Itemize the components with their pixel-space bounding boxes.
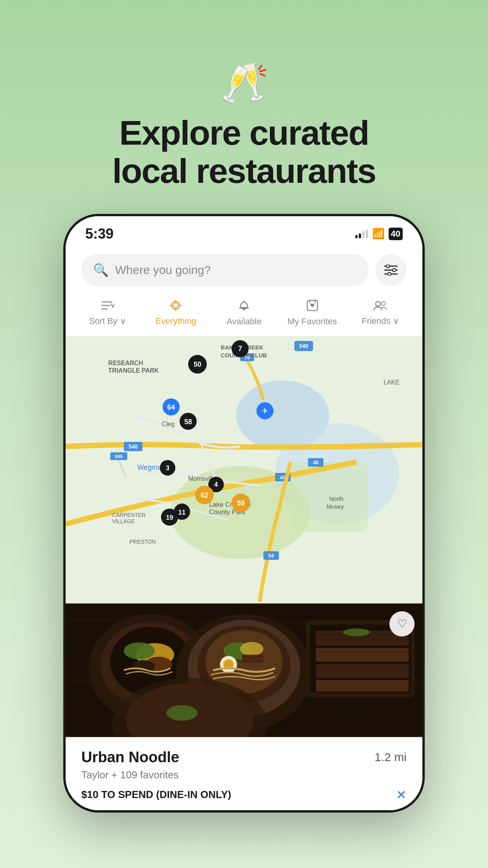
restaurant-sub: Taylor + 109 favorites — [81, 769, 407, 781]
available-icon — [237, 300, 251, 314]
restaurant-card: ♡ Urban Noodle 1.2 mi Taylor + 109 favor… — [66, 603, 422, 810]
svg-rect-101 — [242, 655, 263, 662]
svg-text:North: North — [329, 496, 343, 502]
svg-point-90 — [124, 642, 155, 659]
my-favorites-icon — [306, 300, 319, 314]
filter-icon — [384, 265, 398, 276]
svg-text:PRESTON: PRESTON — [130, 538, 156, 544]
status-bar: 5:39 📶 40 — [66, 216, 422, 246]
tab-available-label: Available — [227, 316, 262, 327]
svg-rect-108 — [316, 664, 409, 678]
svg-point-4 — [393, 268, 396, 272]
restaurant-info: Urban Noodle 1.2 mi Taylor + 109 favorit… — [66, 737, 422, 810]
phone-frame: 5:39 📶 40 🔍 Where you going? — [63, 214, 425, 813]
svg-text:Musey: Musey — [327, 503, 344, 509]
headline-line1: Explore curated — [119, 113, 369, 152]
svg-rect-107 — [316, 647, 409, 662]
status-icons: 📶 40 — [355, 228, 403, 240]
svg-text:540: 540 — [299, 343, 308, 349]
signal-bar-4 — [366, 230, 368, 238]
restaurant-header: Urban Noodle 1.2 mi — [81, 749, 407, 766]
svg-text:59: 59 — [237, 499, 245, 507]
everything-icon — [168, 300, 183, 314]
svg-text:LAKE: LAKE — [383, 379, 399, 385]
svg-point-113 — [343, 628, 370, 636]
svg-point-5 — [388, 272, 391, 276]
svg-text:58: 58 — [184, 417, 192, 425]
tab-my-favorites[interactable]: My Favorites — [278, 296, 347, 330]
toast-icon: 🥂 — [220, 63, 269, 102]
svg-text:7: 7 — [238, 345, 242, 353]
restaurant-offer: $10 TO SPEND (DINE-IN ONLY) ✕ — [81, 787, 407, 802]
svg-text:11: 11 — [178, 508, 186, 516]
svg-text:19: 19 — [166, 514, 173, 521]
friends-icon — [373, 300, 387, 314]
phone-mockup: 5:39 📶 40 🔍 Where you going? — [63, 214, 425, 813]
svg-text:TRIANGLE PARK: TRIANGLE PARK — [108, 367, 159, 374]
svg-point-3 — [386, 265, 389, 268]
battery-icon: 40 — [389, 228, 403, 240]
restaurant-image: ♡ — [66, 603, 422, 737]
svg-point-10 — [173, 303, 178, 308]
tab-everything[interactable]: Everything — [142, 297, 210, 329]
tab-sort-by[interactable]: Sort By ∨ — [73, 297, 142, 329]
food-photo — [66, 603, 422, 737]
map-svg: 540 40 54 70 885 — [66, 336, 422, 603]
svg-text:3: 3 — [166, 464, 169, 472]
headline-line2: local restaurants — [112, 151, 376, 190]
svg-text:50: 50 — [194, 360, 202, 368]
tab-favorites-label: My Favorites — [288, 316, 337, 327]
tab-available[interactable]: Available — [210, 296, 278, 330]
tab-everything-label: Everything — [155, 316, 196, 326]
search-icon: 🔍 — [93, 263, 109, 278]
headline: Explore curated local restaurants — [112, 114, 376, 190]
svg-text:54: 54 — [268, 553, 274, 559]
search-input[interactable]: Where you going? — [115, 263, 211, 277]
svg-text:540: 540 — [128, 443, 138, 449]
restaurant-name: Urban Noodle — [81, 749, 179, 766]
tab-friends[interactable]: Friends ∨ — [346, 297, 415, 329]
hero-section: 🥂 Explore curated local restaurants — [112, 0, 376, 190]
svg-point-98 — [240, 642, 263, 656]
svg-text:CARPENTER: CARPENTER — [112, 512, 145, 518]
map-area[interactable]: 540 40 54 70 885 — [66, 336, 422, 603]
search-bar[interactable]: 🔍 Where you going? — [81, 254, 369, 286]
nav-tabs: Sort By ∨ Everything — [66, 292, 422, 336]
favorite-button[interactable]: ♡ — [389, 611, 415, 636]
svg-text:64: 64 — [167, 403, 175, 411]
svg-text:✈: ✈ — [262, 406, 268, 415]
tab-sort-label: Sort By ∨ — [89, 316, 126, 326]
search-section: 🔍 Where you going? — [66, 246, 422, 292]
sort-icon — [101, 300, 114, 314]
restaurant-distance: 1.2 mi — [374, 750, 407, 764]
svg-text:40: 40 — [313, 460, 318, 465]
wifi-icon: 📶 — [372, 228, 385, 240]
svg-text:RESEARCH: RESEARCH — [108, 359, 143, 366]
signal-bar-1 — [355, 235, 358, 238]
signal-bars-icon — [355, 230, 368, 238]
svg-text:4: 4 — [214, 481, 218, 488]
svg-rect-15 — [239, 307, 249, 309]
svg-point-116 — [167, 705, 198, 720]
signal-bar-3 — [362, 231, 365, 238]
offer-text: $10 TO SPEND (DINE-IN ONLY) — [81, 789, 231, 801]
svg-rect-109 — [316, 680, 409, 691]
svg-text:62: 62 — [200, 491, 208, 499]
status-time: 5:39 — [85, 226, 114, 242]
svg-point-22 — [376, 302, 380, 306]
filter-button[interactable] — [375, 254, 407, 286]
heart-icon: ♡ — [397, 617, 407, 630]
svg-text:VILLAGE: VILLAGE — [112, 518, 135, 524]
svg-text:885: 885 — [115, 454, 123, 459]
signal-bar-2 — [359, 234, 361, 238]
tab-friends-label: Friends ∨ — [361, 316, 399, 326]
svg-point-23 — [382, 302, 385, 305]
close-button[interactable]: ✕ — [396, 787, 407, 802]
svg-text:Cleg: Cleg — [162, 421, 174, 427]
